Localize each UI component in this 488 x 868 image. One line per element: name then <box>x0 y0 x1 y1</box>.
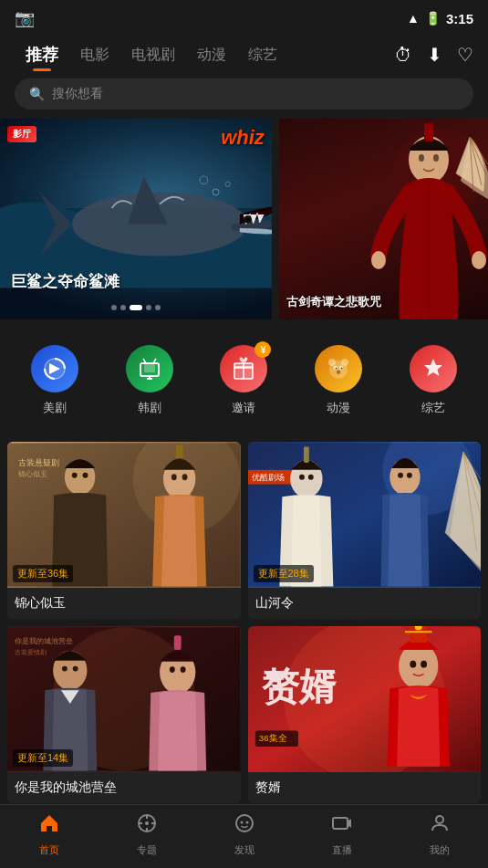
svg-rect-100 <box>333 818 348 829</box>
main-banner-title: 巨鲨之夺命鲨滩 <box>11 271 119 292</box>
svg-point-97 <box>236 815 253 831</box>
svg-text:锦心似玉: 锦心似玉 <box>17 470 47 478</box>
svg-rect-21 <box>144 364 155 372</box>
card-chengchi-figure: 你是我的城池营垒 古装爱情剧 <box>7 626 241 772</box>
svg-point-13 <box>472 251 486 269</box>
nav-item-dianying[interactable]: 电影 <box>69 42 120 68</box>
bnav-wode[interactable]: 我的 <box>412 812 467 857</box>
main-banner-badge: 影厅 <box>7 126 36 142</box>
card-zhuixu[interactable]: 赘婿 <box>248 626 482 803</box>
categories-row: 美剧 韩剧 <box>0 330 488 431</box>
side-banner[interactable]: 古剑奇谭之悲歌咒 <box>279 119 488 319</box>
svg-point-98 <box>240 821 243 824</box>
camera-icon: 📷 <box>15 8 35 28</box>
meiju-icon-bg <box>31 345 78 392</box>
svg-point-75 <box>170 666 175 673</box>
card-jinxin[interactable]: 古装悬疑剧 锦心似玉 <box>7 442 241 619</box>
svg-point-37 <box>336 368 337 370</box>
top-nav: 推荐 电影 电视剧 动漫 综艺 ⏱ ⬇ ♡ <box>0 33 488 78</box>
nav-right-icons: ⏱ ⬇ ♡ <box>394 44 473 66</box>
cards-grid: 古装悬疑剧 锦心似玉 <box>0 442 488 803</box>
whiz-logo: whiz <box>221 126 265 150</box>
bnav-zhuanti[interactable]: 专题 <box>119 812 174 857</box>
svg-point-34 <box>343 361 347 364</box>
bnav-wode-label: 我的 <box>430 843 450 857</box>
card-shanheling-title: 山河令 <box>248 588 482 619</box>
cat-item-yaoqing[interactable]: ¥ 邀请 <box>220 345 267 416</box>
search-bar[interactable]: 🔍 搜你想看 <box>15 78 473 110</box>
svg-rect-9 <box>424 123 433 141</box>
dot-4 <box>146 305 151 310</box>
svg-text:36集全: 36集全 <box>258 733 286 743</box>
svg-point-68 <box>406 473 411 478</box>
card-jinxin-title: 锦心似玉 <box>7 588 241 619</box>
bnav-home[interactable]: 首页 <box>22 812 77 857</box>
svg-point-76 <box>181 666 186 673</box>
svg-text:古装悬疑剧: 古装悬疑剧 <box>18 458 59 467</box>
svg-point-11 <box>433 154 439 162</box>
cat-item-meiju[interactable]: 美剧 <box>31 345 78 416</box>
card-shanheling-image: 优酷剧场 <box>248 442 482 588</box>
card-zhuixu-title: 赘婿 <box>248 772 482 803</box>
bnav-zhibo[interactable]: 直播 <box>315 812 369 857</box>
cat-item-hanju[interactable]: 韩剧 <box>126 345 173 416</box>
svg-text:优酷剧场: 优酷剧场 <box>251 473 284 482</box>
search-placeholder: 搜你想看 <box>52 86 103 102</box>
download-icon[interactable]: ⬇ <box>427 44 442 66</box>
banner-dots <box>111 305 161 310</box>
zongyi-label: 综艺 <box>421 400 445 416</box>
svg-text:你是我的城池营垒: 你是我的城池营垒 <box>15 637 73 645</box>
live-icon <box>331 812 353 840</box>
svg-point-12 <box>371 251 386 269</box>
card-shanheling-figure: 优酷剧场 <box>248 442 482 588</box>
bnav-faxian-label: 发现 <box>234 843 254 857</box>
side-banner-title: 古剑奇谭之悲歌咒 <box>286 294 481 310</box>
svg-text:古装爱情剧: 古装爱情剧 <box>15 649 47 655</box>
svg-point-10 <box>419 154 424 162</box>
svg-marker-40 <box>424 359 442 376</box>
profile-icon <box>429 812 451 840</box>
card-chengchi[interactable]: 你是我的城池营垒 古装爱情剧 <box>7 626 241 803</box>
nav-item-tuijian[interactable]: 推荐 <box>15 40 69 69</box>
cat-item-dongman[interactable]: 动漫 <box>315 345 362 416</box>
svg-point-38 <box>341 368 343 370</box>
meiju-label: 美剧 <box>43 400 67 416</box>
svg-point-49 <box>182 474 188 480</box>
nav-item-dianshiju[interactable]: 电视剧 <box>120 42 186 68</box>
card-jinxin-image: 古装悬疑剧 锦心似玉 <box>7 442 241 588</box>
bnav-zhibo-label: 直播 <box>332 843 352 857</box>
svg-point-3 <box>246 217 250 221</box>
compass-icon <box>136 812 158 840</box>
history-icon[interactable]: ⏱ <box>394 45 412 66</box>
bottom-nav: 首页 专题 发现 <box>0 804 488 868</box>
svg-point-64 <box>299 475 305 480</box>
nav-item-zongyi[interactable]: 综艺 <box>237 42 288 68</box>
bnav-faxian[interactable]: 发现 <box>217 812 272 857</box>
svg-point-39 <box>337 371 340 373</box>
card-shanheling[interactable]: 优酷剧场 <box>248 442 482 619</box>
svg-rect-74 <box>174 635 182 650</box>
card-jinxin-figure: 古装悬疑剧 锦心似玉 <box>7 442 241 588</box>
svg-point-99 <box>245 821 248 824</box>
card-shanheling-badge: 更新至28集 <box>254 565 314 582</box>
cat-item-zongyi[interactable]: 综艺 <box>410 345 457 416</box>
favorite-icon[interactable]: ♡ <box>457 44 473 66</box>
main-banner[interactable]: 影厅 whiz 巨鲨之夺命鲨滩 <box>0 119 272 319</box>
bnav-zhuanti-label: 专题 <box>137 843 157 857</box>
card-chengchi-image: 你是我的城池营垒 古装爱情剧 <box>7 626 241 772</box>
status-bar: 📷 ▲ 🔋 3:15 <box>0 0 488 33</box>
dongman-icon-bg <box>315 345 362 392</box>
yaoqing-badge: ¥ <box>254 341 271 358</box>
zongyi-icon-bg <box>410 345 457 392</box>
home-icon <box>38 812 60 840</box>
dot-5 <box>155 305 161 310</box>
svg-point-33 <box>330 361 334 364</box>
nav-item-dongman[interactable]: 动漫 <box>186 42 237 68</box>
discover-icon <box>234 812 255 840</box>
svg-point-79 <box>73 666 78 672</box>
wifi-icon: ▲ <box>407 11 420 26</box>
svg-rect-47 <box>176 444 183 458</box>
battery-icon: 🔋 <box>425 11 441 26</box>
svg-point-101 <box>436 816 443 823</box>
dot-3 <box>130 305 142 310</box>
